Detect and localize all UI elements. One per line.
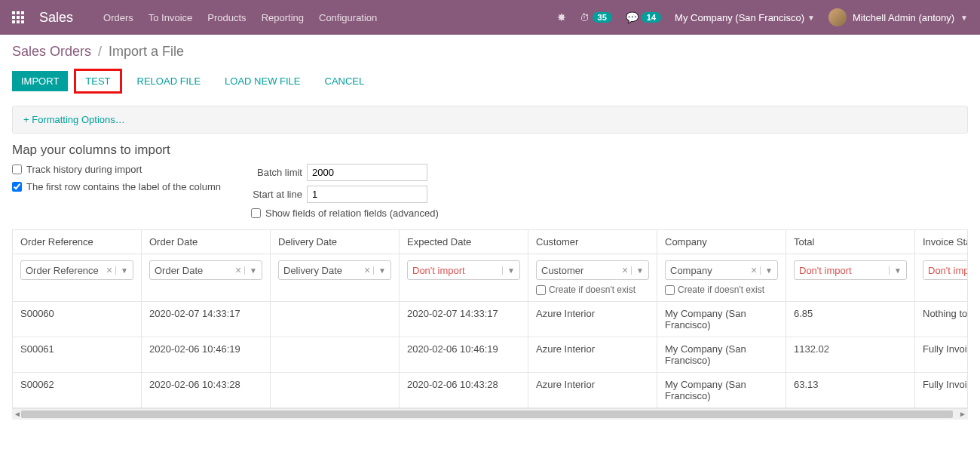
table-row: S000612020-02-06 10:46:192020-02-06 10:4…	[13, 337, 968, 373]
nav-products[interactable]: Products	[207, 12, 246, 23]
start-line-input[interactable]	[307, 186, 427, 203]
show-relation-line[interactable]: Show fields of relation fields (advanced…	[251, 208, 439, 219]
table-row: S000602020-02-07 14:33:172020-02-07 14:3…	[13, 302, 968, 337]
column-mapping-select[interactable]: Customer×▼	[536, 260, 649, 280]
table-cell	[271, 337, 400, 373]
clock-pill[interactable]: ⏱ 35	[580, 12, 612, 23]
scroll-right-icon[interactable]: ►	[959, 410, 966, 418]
column-mapping-select[interactable]: Order Date×▼	[149, 260, 262, 280]
app-brand[interactable]: Sales	[39, 10, 73, 26]
apps-icon[interactable]	[12, 11, 24, 23]
table-cell: 1132.02	[786, 337, 915, 373]
select-value: Don't import	[799, 265, 889, 276]
col-select-cell: Don't import▼	[786, 254, 915, 302]
options-left: Track history during import The first ro…	[12, 164, 221, 219]
clear-icon[interactable]: ×	[235, 264, 241, 276]
track-history-label: Track history during import	[26, 164, 142, 175]
create-if-line[interactable]: Create if doesn't exist	[665, 284, 778, 295]
create-if-label: Create if doesn't exist	[549, 284, 635, 295]
first-row-checkbox[interactable]	[12, 182, 22, 192]
batch-limit-input[interactable]	[307, 164, 427, 181]
column-mapping-select[interactable]: Don't import▼	[923, 260, 968, 280]
clear-icon[interactable]: ×	[364, 264, 370, 276]
col-select-cell: Don't import▼	[400, 254, 528, 302]
options-right: Batch limit Start at line Show fields of…	[251, 164, 439, 219]
col-header: Invoice Status	[915, 230, 969, 254]
show-relation-label: Show fields of relation fields (advanced…	[265, 208, 439, 219]
nav-orders[interactable]: Orders	[103, 12, 133, 23]
chevron-down-icon[interactable]: ▼	[760, 266, 773, 275]
first-row-line[interactable]: The first row contains the label of the …	[12, 181, 221, 192]
clear-icon[interactable]: ×	[751, 264, 757, 276]
reload-file-button[interactable]: Reload File	[128, 71, 210, 91]
nav-configuration[interactable]: Configuration	[319, 12, 377, 23]
col-select-cell: Customer×▼Create if doesn't exist	[528, 254, 657, 302]
clear-icon[interactable]: ×	[106, 264, 112, 276]
table-select-row: Order Reference×▼Order Date×▼Delivery Da…	[13, 254, 968, 302]
table-cell: 2020-02-07 14:33:17	[400, 302, 528, 337]
action-bar: Import Test Reload File Load New File Ca…	[0, 63, 980, 106]
load-new-file-button[interactable]: Load New File	[216, 71, 309, 91]
select-value: Don't import	[412, 265, 502, 276]
select-value: Don't import	[928, 265, 968, 276]
table-cell: Azure Interior	[528, 302, 657, 337]
formatting-options-link[interactable]: + Formatting Options…	[23, 114, 125, 125]
comment-pill[interactable]: 💬 14	[626, 11, 661, 23]
column-mapping-select[interactable]: Don't import▼	[407, 260, 520, 280]
horizontal-scrollbar[interactable]: ◄ ►	[12, 409, 968, 420]
col-header: Order Date	[142, 230, 271, 254]
table-cell: 6.85	[786, 302, 915, 337]
nav-to-invoice[interactable]: To Invoice	[149, 12, 193, 23]
chevron-down-icon[interactable]: ▼	[373, 266, 386, 275]
create-if-line[interactable]: Create if doesn't exist	[536, 284, 649, 295]
col-select-cell: Order Date×▼	[142, 254, 271, 302]
batch-limit-label: Batch limit	[251, 167, 302, 178]
chevron-down-icon[interactable]: ▼	[889, 266, 902, 275]
user-menu[interactable]: Mitchell Admin (antony) ▼	[828, 8, 968, 26]
import-table-wrap: Order ReferenceOrder DateDelivery DateEx…	[12, 229, 968, 409]
breadcrumb-root[interactable]: Sales Orders	[12, 44, 91, 59]
import-button[interactable]: Import	[12, 71, 68, 91]
company-switcher[interactable]: My Company (San Francisco) ▼	[675, 12, 815, 23]
select-value: Order Reference	[26, 265, 103, 276]
col-select-cell: Don't import▼	[915, 254, 969, 302]
table-cell: 2020-02-06 10:46:19	[400, 337, 528, 373]
nav-reporting[interactable]: Reporting	[262, 12, 304, 23]
col-select-cell: Order Reference×▼	[13, 254, 142, 302]
breadcrumb-current: Import a File	[109, 44, 184, 59]
column-mapping-select[interactable]: Delivery Date×▼	[278, 260, 391, 280]
chevron-down-icon[interactable]: ▼	[244, 266, 257, 275]
track-history-checkbox[interactable]	[12, 165, 22, 174]
nav-items: Orders To Invoice Products Reporting Con…	[103, 12, 557, 23]
column-mapping-select[interactable]: Don't import▼	[794, 260, 907, 280]
table-cell: My Company (San Francisco)	[657, 302, 786, 337]
section-heading: Map your columns to import	[0, 143, 980, 164]
chevron-down-icon[interactable]: ▼	[631, 266, 644, 275]
table-cell: 2020-02-06 10:43:28	[142, 373, 271, 408]
bug-icon[interactable]: ✸	[557, 11, 566, 23]
column-mapping-select[interactable]: Order Reference×▼	[20, 260, 133, 280]
col-header: Customer	[528, 230, 657, 254]
track-history-line[interactable]: Track history during import	[12, 164, 221, 175]
column-mapping-select[interactable]: Company×▼	[665, 260, 778, 280]
create-if-checkbox[interactable]	[536, 285, 546, 295]
table-cell: Azure Interior	[528, 337, 657, 373]
scrollbar-thumb[interactable]	[21, 410, 953, 418]
create-if-label: Create if doesn't exist	[678, 284, 764, 295]
create-if-checkbox[interactable]	[665, 285, 675, 295]
chevron-down-icon[interactable]: ▼	[115, 266, 128, 275]
clear-icon[interactable]: ×	[622, 264, 628, 276]
chevron-down-icon[interactable]: ▼	[502, 266, 515, 275]
test-button[interactable]: Test	[78, 72, 118, 90]
col-header: Order Reference	[13, 230, 142, 254]
table-cell: S00061	[13, 337, 142, 373]
cancel-button[interactable]: Cancel	[316, 71, 374, 91]
table-cell: 2020-02-06 10:43:28	[400, 373, 528, 408]
show-relation-checkbox[interactable]	[251, 208, 261, 218]
table-cell: Azure Interior	[528, 373, 657, 408]
table-cell: Nothing to Invoice	[915, 302, 969, 337]
company-name: My Company (San Francisco)	[675, 12, 804, 23]
scroll-left-icon[interactable]: ◄	[14, 410, 21, 418]
table-cell: My Company (San Francisco)	[657, 373, 786, 408]
breadcrumb-sep: /	[98, 44, 102, 59]
